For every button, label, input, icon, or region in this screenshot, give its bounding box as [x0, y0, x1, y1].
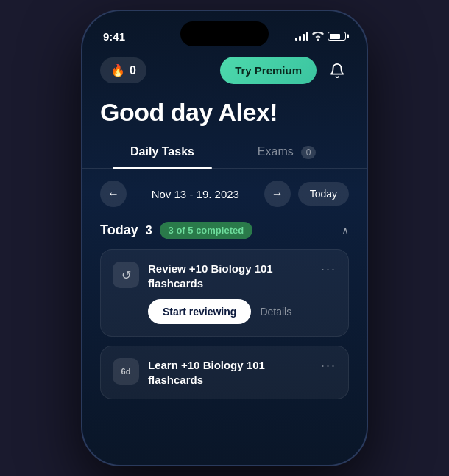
task-1-info: Review +10 Biology 101 flashcards Start … — [148, 262, 312, 324]
streak-count: 0 — [130, 64, 136, 77]
task-2-title: Learn +10 Biology 101 flashcards — [148, 358, 312, 387]
flame-icon: 🔥 — [110, 63, 125, 77]
tab-daily-tasks[interactable]: Daily Tasks — [100, 138, 224, 168]
today-count: 3 — [146, 224, 152, 237]
exams-badge: 0 — [301, 146, 316, 159]
phone-content: 9:41 🔥 0 — [82, 11, 367, 465]
date-range-label: Nov 13 - 19. 2023 — [134, 188, 257, 200]
task-1-title: Review +10 Biology 101 flashcards — [148, 262, 312, 290]
next-date-button[interactable]: → — [264, 181, 291, 207]
premium-button[interactable]: Try Premium — [220, 57, 317, 84]
tabs-bar: Daily Tasks Exams 0 — [82, 138, 367, 169]
date-nav: ← Nov 13 - 19. 2023 → Today — [82, 181, 367, 207]
task-card-2: 6d Learn +10 Biology 101 flashcards ··· — [100, 346, 349, 399]
signal-bar-4 — [306, 32, 308, 41]
start-reviewing-button[interactable]: Start reviewing — [148, 299, 251, 324]
today-section: Today 3 3 of 5 completed ∧ ↺ Review +10 … — [82, 222, 367, 399]
prev-date-button[interactable]: ← — [100, 181, 127, 207]
task-2-icon: 6d — [113, 358, 139, 385]
task-card-1: ↺ Review +10 Biology 101 flashcards Star… — [100, 249, 349, 337]
signal-bars-icon — [295, 32, 308, 41]
streak-badge: 🔥 0 — [100, 57, 146, 83]
details-button-1[interactable]: Details — [260, 306, 291, 318]
signal-bar-2 — [299, 36, 301, 41]
battery-icon — [328, 32, 346, 41]
expand-icon[interactable]: ∧ — [342, 225, 349, 237]
wifi-icon — [312, 32, 324, 41]
task-card-2-inner: 6d Learn +10 Biology 101 flashcards ··· — [113, 358, 336, 387]
completed-badge: 3 of 5 completed — [160, 222, 253, 239]
top-bar: 🔥 0 Try Premium — [82, 49, 367, 93]
today-header: Today 3 3 of 5 completed ∧ — [100, 222, 349, 239]
tab-exams[interactable]: Exams 0 — [224, 138, 349, 168]
signal-bar-3 — [303, 34, 305, 41]
greeting-section: Good day Alex! — [82, 93, 367, 138]
tab-exams-label: Exams — [258, 145, 294, 158]
task-2-more-button[interactable]: ··· — [321, 358, 336, 374]
signal-bar-1 — [295, 38, 297, 41]
dynamic-island — [180, 21, 269, 46]
phone-frame: 9:41 🔥 0 — [81, 10, 368, 466]
tab-daily-tasks-label: Daily Tasks — [130, 145, 194, 158]
task-1-actions: Start reviewing Details — [148, 299, 312, 324]
bell-icon[interactable] — [325, 59, 349, 83]
status-icons — [295, 32, 346, 41]
task-card-1-inner: ↺ Review +10 Biology 101 flashcards Star… — [113, 262, 336, 324]
task-1-more-button[interactable]: ··· — [321, 262, 336, 277]
task-1-icon: ↺ — [113, 262, 139, 288]
greeting-text: Good day Alex! — [100, 99, 349, 126]
today-label: Today — [100, 223, 138, 238]
today-button[interactable]: Today — [298, 182, 349, 206]
battery-fill — [330, 34, 340, 39]
top-bar-right: Try Premium — [220, 57, 349, 84]
task-2-info: Learn +10 Biology 101 flashcards — [148, 358, 312, 387]
status-time: 9:41 — [103, 30, 125, 43]
